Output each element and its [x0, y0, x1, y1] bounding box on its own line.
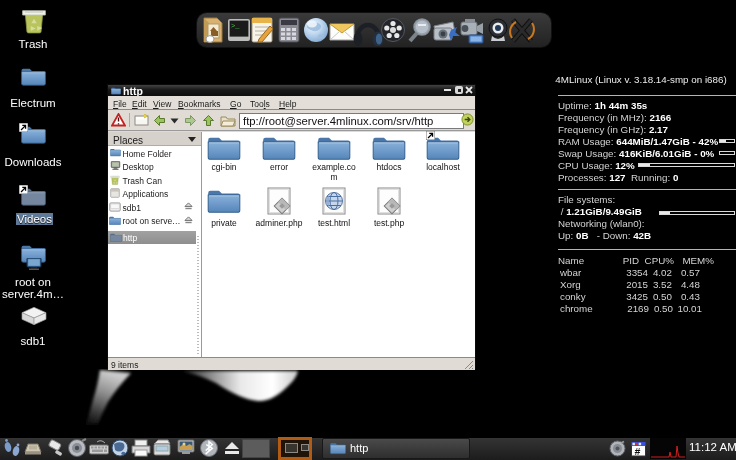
svg-text:#: # [634, 447, 640, 458]
svg-text:>_: >_ [231, 22, 240, 30]
